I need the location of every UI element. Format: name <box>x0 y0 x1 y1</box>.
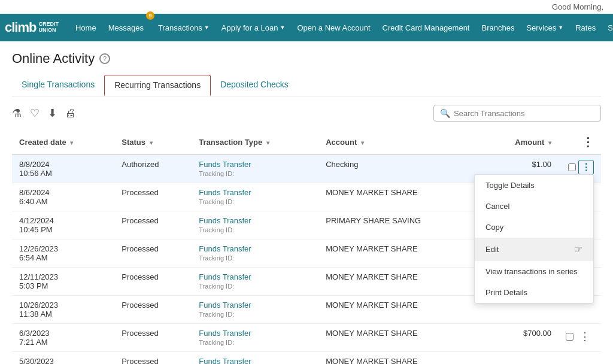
cell-account: MONEY MARKET SHARE <box>318 296 482 324</box>
cell-type: Funds TransferTracking ID: <box>192 211 318 239</box>
cell-account: MONEY MARKET SHARE <box>318 352 482 365</box>
cell-type: Funds TransferTracking ID: <box>192 352 318 365</box>
greeting-text: Good Morning, <box>552 2 603 11</box>
cell-actions <box>559 352 601 365</box>
logo-subtitle: CREDITUNION <box>38 22 59 34</box>
cell-account: MONEY MARKET SHARE <box>318 324 482 352</box>
cell-account: MONEY MARKET SHARE <box>318 268 482 296</box>
tab-bar: Single Transactions Recurring Transactio… <box>12 75 601 96</box>
menu-toggle-details[interactable]: Toggle Details <box>475 175 593 196</box>
cell-account: MONEY MARKET SHARE <box>318 239 482 268</box>
cell-status: Processed <box>114 268 192 296</box>
row-checkbox[interactable] <box>568 163 576 171</box>
table-row: 5/30/2023 Processed Funds TransferTracki… <box>12 352 601 365</box>
cell-actions: ⋮ Toggle Details Cancel Copy Edit ☞ View… <box>559 154 601 183</box>
date-value: 8/8/2024 <box>19 160 50 169</box>
nav-open-account[interactable]: Open a New Account <box>291 14 376 41</box>
nav-transactions[interactable]: Transactions▼ <box>152 14 216 41</box>
cell-status: Authorized <box>114 154 192 183</box>
menu-cancel[interactable]: Cancel <box>475 196 593 217</box>
cell-date: 6/3/20237:21 AM <box>12 324 114 352</box>
cell-account: Checking <box>318 154 482 183</box>
main-nav: climb CREDITUNION Home Messages 9 Transa… <box>0 14 613 41</box>
table-row: 8/8/2024 10:56 AM Authorized Funds Trans… <box>12 154 601 183</box>
page-title-row: Online Activity ? <box>12 51 601 66</box>
cell-status: Processed <box>114 324 192 352</box>
row-checkbox-2[interactable] <box>566 333 573 341</box>
tab-recurring-transactions[interactable]: Recurring Transactions <box>104 75 211 96</box>
nav-branches[interactable]: Branches <box>475 14 520 41</box>
action-wrap: ⋮ Toggle Details Cancel Copy Edit ☞ View… <box>566 160 594 175</box>
cell-amount <box>482 352 559 365</box>
cell-date: 10/26/202311:38 AM <box>12 296 114 324</box>
cell-status: Processed <box>114 239 192 268</box>
cell-status: Processed <box>114 183 192 211</box>
messages-badge: 9 <box>146 11 154 20</box>
col-amount[interactable]: Amount ▾ <box>482 130 559 154</box>
nav-rates[interactable]: Rates <box>569 14 602 41</box>
time-value: 10:56 AM <box>19 169 52 178</box>
search-box[interactable]: 🔍 <box>433 105 601 122</box>
row-kebab-button[interactable]: ⋮ <box>578 160 594 175</box>
action-wrap-2: ⋮ <box>566 329 594 344</box>
transactions-table: Created date ▾ Status ▾ Transaction Type… <box>12 130 601 364</box>
context-menu: Toggle Details Cancel Copy Edit ☞ View t… <box>474 174 594 304</box>
cell-status: Processed <box>114 352 192 365</box>
row-kebab-button-2[interactable]: ⋮ <box>576 329 594 344</box>
cell-date: 12/26/20236:54 AM <box>12 239 114 268</box>
cell-date: 4/12/202410:45 PM <box>12 211 114 239</box>
tab-deposited-checks[interactable]: Deposited Checks <box>211 75 298 96</box>
cell-type: Funds TransferTracking ID: <box>192 183 318 211</box>
cell-date: 8/8/2024 10:56 AM <box>12 154 114 183</box>
help-icon[interactable]: ? <box>99 53 110 64</box>
cell-account: MONEY MARKET SHARE <box>318 183 482 211</box>
col-status[interactable]: Status ▾ <box>114 130 192 154</box>
toolbar-left: ⚗ ♡ ⬇ 🖨 <box>12 107 76 120</box>
nav-messages[interactable]: Messages 9 <box>102 14 150 41</box>
cell-date: 8/6/20246:40 AM <box>12 183 114 211</box>
cell-actions: ⋮ <box>559 324 601 352</box>
col-created-date[interactable]: Created date ▾ <box>12 130 114 154</box>
greeting-bar: Good Morning, <box>0 0 613 14</box>
nav-services[interactable]: Services▼ <box>520 14 569 41</box>
col-actions: ⋮ <box>559 130 601 154</box>
cell-type: Funds TransferTracking ID: <box>192 296 318 324</box>
menu-edit[interactable]: Edit ☞ <box>475 238 593 261</box>
cell-type: Funds TransferTracking ID: <box>192 239 318 268</box>
logo[interactable]: climb CREDITUNION <box>5 20 59 35</box>
menu-copy[interactable]: Copy <box>475 217 593 238</box>
tab-single-transactions[interactable]: Single Transactions <box>12 75 104 96</box>
menu-print-details[interactable]: Print Details <box>475 282 593 303</box>
favorite-icon[interactable]: ♡ <box>30 107 40 120</box>
table-kebab-header[interactable]: ⋮ <box>582 135 594 148</box>
cell-status: Processed <box>114 296 192 324</box>
col-account[interactable]: Account ▾ <box>318 130 482 154</box>
menu-view-series[interactable]: View transactions in series <box>475 261 593 282</box>
cell-date: 5/30/2023 <box>12 352 114 365</box>
print-icon[interactable]: 🖨 <box>65 107 76 120</box>
cell-type: Funds TransferTracking ID: <box>192 268 318 296</box>
nav-credit-card[interactable]: Credit Card Management <box>377 14 476 41</box>
toolbar: ⚗ ♡ ⬇ 🖨 🔍 <box>12 105 601 122</box>
cell-type: Funds Transfer Tracking ID: <box>192 154 318 183</box>
cursor-icon: ☞ <box>574 244 582 255</box>
search-icon: 🔍 <box>440 108 450 118</box>
col-transaction-type[interactable]: Transaction Type ▾ <box>192 130 318 154</box>
table-row: 6/3/20237:21 AM Processed Funds Transfer… <box>12 324 601 352</box>
page-title: Online Activity <box>12 51 95 66</box>
cell-amount: $700.00 <box>482 324 559 352</box>
search-input[interactable] <box>454 109 594 118</box>
cell-type: Funds TransferTracking ID: <box>192 324 318 352</box>
filter-icon[interactable]: ⚗ <box>12 107 22 120</box>
main-content: Online Activity ? Single Transactions Re… <box>0 41 613 364</box>
cell-date: 12/11/20235:03 PM <box>12 268 114 296</box>
logo-name: climb <box>5 20 36 35</box>
nav-settings[interactable]: Settings▼ <box>602 14 613 41</box>
cell-status: Processed <box>114 211 192 239</box>
nav-apply-loan[interactable]: Apply for a Loan▼ <box>216 14 292 41</box>
download-icon[interactable]: ⬇ <box>48 107 57 120</box>
nav-home[interactable]: Home <box>69 14 102 41</box>
cell-account: PRIMARY SHARE SAVING <box>318 211 482 239</box>
